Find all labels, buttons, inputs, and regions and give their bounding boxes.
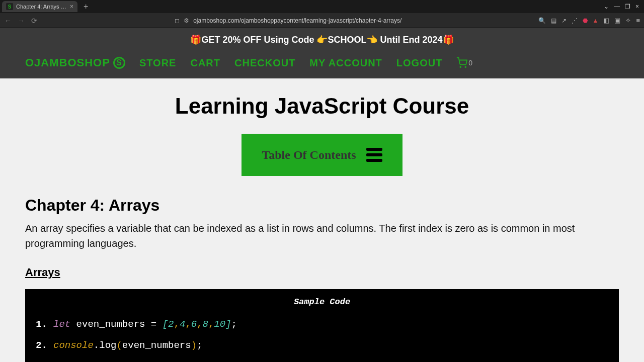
tab-title: Chapter 4: Arrays - Ojambo xyxy=(16,4,67,10)
rss-icon[interactable]: ⋰ xyxy=(572,17,578,24)
new-tab-button[interactable]: + xyxy=(80,2,91,11)
menu-icon[interactable]: ≡ xyxy=(636,17,640,24)
triangle-icon[interactable]: ▲ xyxy=(593,17,599,24)
tab-strip: S Chapter 4: Arrays - Ojambo × + xyxy=(2,1,91,12)
window-titlebar: S Chapter 4: Arrays - Ojambo × + ⌄ — ❐ × xyxy=(0,0,644,13)
sparkle-icon[interactable]: ✧ xyxy=(625,17,631,24)
cart-icon xyxy=(456,57,467,68)
window-controls: ⌄ — ❐ × xyxy=(604,3,642,10)
chevron-down-icon[interactable]: ⌄ xyxy=(604,3,609,10)
shield-icon[interactable]: ⬣ xyxy=(583,17,588,24)
url-text: ojamboshop.com/ojamboshoppaycontent/lear… xyxy=(193,17,401,24)
nav-store[interactable]: STORE xyxy=(139,57,177,69)
reader-icon[interactable]: ▤ xyxy=(551,17,556,24)
line-number: 1. xyxy=(35,319,47,330)
brand-text: OJAMBOSHOP xyxy=(25,56,110,69)
tab-close-icon[interactable]: × xyxy=(70,3,73,10)
bookmark-icon[interactable]: ◻ xyxy=(175,17,180,24)
back-button[interactable]: ← xyxy=(4,17,12,25)
close-window-icon[interactable]: × xyxy=(635,3,639,10)
brand-mark-icon: S xyxy=(113,57,125,69)
page-title: Learning JavaScript Course xyxy=(25,94,619,119)
page-viewport[interactable]: 🎁GET 20% OFF Using Code 👉SCHOOL👈 Until E… xyxy=(0,28,644,362)
svg-point-1 xyxy=(465,66,466,67)
code-text: console.log(even_numbers); xyxy=(53,340,202,351)
sidebar-icon[interactable]: ◧ xyxy=(603,17,609,24)
line-number: 2. xyxy=(35,340,47,351)
nav-checkout[interactable]: CHECKOUT xyxy=(234,57,295,69)
nav-cart[interactable]: CART xyxy=(190,57,220,69)
chapter-description: An array specifies a variable that can b… xyxy=(25,221,619,251)
code-block: Sample Code 1. let even_numbers = [2,4,6… xyxy=(25,289,619,362)
browser-tab[interactable]: S Chapter 4: Arrays - Ojambo × xyxy=(2,1,77,12)
code-line-1: 1. let even_numbers = [2,4,6,8,10]; xyxy=(35,319,609,330)
nav-account[interactable]: MY ACCOUNT xyxy=(309,57,382,69)
cart-count: 0 xyxy=(468,59,472,67)
site-settings-icon[interactable]: ⚙ xyxy=(184,17,189,24)
code-line-2: 2. console.log(even_numbers); xyxy=(35,340,609,351)
tab-favicon: S xyxy=(6,3,13,10)
code-title: Sample Code xyxy=(35,297,609,307)
main-content: Learning JavaScript Course Table Of Cont… xyxy=(0,78,644,362)
browser-toolbar: ← → ⟳ ◻ ⚙ ojamboshop.com/ojamboshoppayco… xyxy=(0,13,644,28)
chapter-heading: Chapter 4: Arrays xyxy=(25,196,619,215)
promo-banner: 🎁GET 20% OFF Using Code 👉SCHOOL👈 Until E… xyxy=(0,28,644,51)
nav-logout[interactable]: LOGOUT xyxy=(396,57,443,69)
site-nav: OJAMBOSHOP S STORE CART CHECKOUT MY ACCO… xyxy=(0,51,644,78)
address-bar[interactable]: ◻ ⚙ ojamboshop.com/ojamboshoppaycontent/… xyxy=(43,17,533,24)
cart-widget[interactable]: 0 xyxy=(456,57,472,68)
hamburger-icon xyxy=(366,148,382,162)
brand-logo[interactable]: OJAMBOSHOP S xyxy=(25,56,125,69)
reload-button[interactable]: ⟳ xyxy=(30,17,38,25)
extensions-icon[interactable]: ▣ xyxy=(614,17,620,24)
zoom-icon[interactable]: 🔍 xyxy=(538,17,546,24)
minimize-icon[interactable]: — xyxy=(614,3,620,10)
toc-button[interactable]: Table Of Contents xyxy=(242,134,403,176)
maximize-icon[interactable]: ❐ xyxy=(625,3,630,10)
section-heading: Arrays xyxy=(25,266,619,279)
forward-button[interactable]: → xyxy=(17,17,25,25)
share-icon[interactable]: ↗ xyxy=(561,17,567,24)
svg-point-0 xyxy=(460,66,461,67)
code-text: let even_numbers = [2,4,6,8,10]; xyxy=(53,319,237,330)
toc-label: Table Of Contents xyxy=(262,148,356,162)
